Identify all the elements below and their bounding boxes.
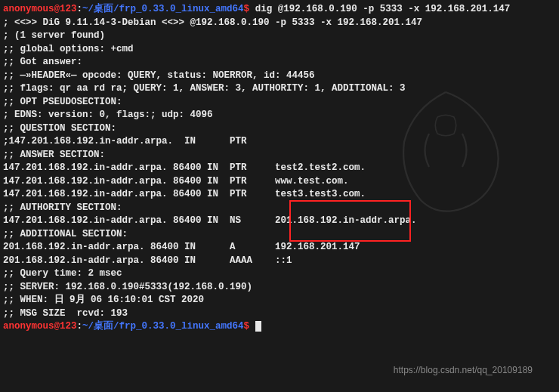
output-line: ;; Got answer:	[3, 56, 556, 69]
prompt-line-2[interactable]: anonymous@123:~/桌面/frp_0.33.0_linux_amd6…	[3, 320, 556, 334]
output-line: ;147.201.168.192.in-addr.arpa. IN PTR	[3, 135, 556, 149]
output-line: ;; OPT PSEUDOSECTION:	[3, 96, 556, 110]
output-line: ;; QUESTION SECTION:	[3, 122, 556, 136]
output-line: ;; flags: qr aa rd ra; QUERY: 1, ANSWER:…	[3, 82, 556, 96]
output-line-answer: 147.201.168.192.in-addr.arpa. 86400 IN P…	[3, 188, 556, 202]
output-line: ;; ADDITIONAL SECTION:	[3, 228, 556, 242]
output-line: ;; SERVER: 192.168.0.190#5333(192.168.0.…	[3, 281, 556, 295]
output-line-answer: 147.201.168.192.in-addr.arpa. 86400 IN P…	[3, 162, 556, 175]
output-line: ;; ANSWER SECTION:	[3, 149, 556, 162]
prompt-path: /桌面/frp_0.33.0_linux_amd64	[88, 321, 244, 332]
prompt-user: anonymous	[3, 4, 54, 14]
output-line: ;; Query time: 2 msec	[3, 267, 556, 281]
output-line: ; EDNS: version: 0, flags:; udp: 4096	[3, 109, 556, 122]
output-line: ;; AUTHORITY SECTION:	[3, 202, 556, 215]
terminal-output: anonymous@123:~/桌面/frp_0.33.0_linux_amd6…	[3, 3, 556, 334]
output-line: ;; WHEN: 日 9月 06 16:10:01 CST 2020	[3, 294, 556, 307]
output-line: ; <<>> DiG 9.11.14-3-Debian <<>> @192.16…	[3, 17, 556, 30]
watermark-text: https://blog.csdn.net/qq_20109189	[394, 364, 533, 377]
output-line-answer: 147.201.168.192.in-addr.arpa. 86400 IN P…	[3, 175, 556, 189]
prompt-line-1[interactable]: anonymous@123:~/桌面/frp_0.33.0_linux_amd6…	[3, 3, 556, 17]
dig-command: dig @192.168.0.190 -p 5333 -x 192.168.20…	[249, 4, 510, 14]
output-line: 201.168.192.in-addr.arpa. 86400 IN A 192…	[3, 241, 556, 255]
prompt-user: anonymous	[3, 321, 54, 332]
output-line: 201.168.192.in-addr.arpa. 86400 IN AAAA …	[3, 255, 556, 268]
output-line: ; (1 server found)	[3, 29, 556, 43]
output-line: ;; global options: +cmd	[3, 43, 556, 57]
prompt-path: /桌面/frp_0.33.0_linux_amd64	[88, 4, 244, 14]
output-line: ;; MSG SIZE rcvd: 193	[3, 307, 556, 321]
cursor-icon	[255, 321, 261, 332]
output-line: ;; —»HEADER«— opcode: QUERY, status: NOE…	[3, 69, 556, 83]
output-line: 147.201.168.192.in-addr.arpa. 86400 IN N…	[3, 215, 556, 228]
